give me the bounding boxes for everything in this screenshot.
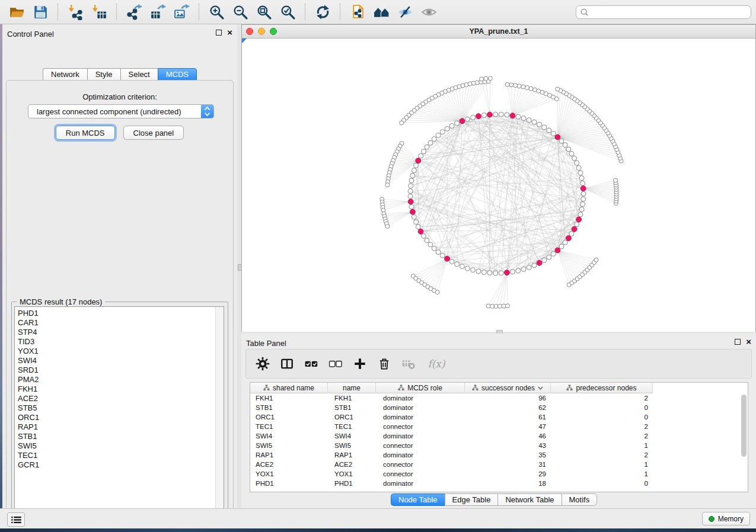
optimization-select[interactable]: largest connected component (undirected) <box>28 104 214 118</box>
table-row[interactable]: PHD1PHD1dominator180 <box>250 479 748 488</box>
table-panel-title: Table Panel <box>246 339 286 348</box>
add-column-button[interactable] <box>353 357 367 371</box>
first-neighbors-button[interactable] <box>369 2 393 22</box>
table-row[interactable]: ORC1ORC1dominator610 <box>250 412 748 422</box>
save-session-button[interactable] <box>28 2 52 22</box>
float-panel-icon[interactable] <box>735 339 741 345</box>
import-network-button[interactable] <box>63 2 87 22</box>
table-row[interactable]: FKH1FKH1dominator962 <box>250 393 748 403</box>
column-header-successor-nodes[interactable]: successor nodes <box>465 383 551 393</box>
column-header-predecessor-nodes[interactable]: predecessor nodes <box>551 383 653 393</box>
mcds-result-item[interactable]: TID3 <box>15 337 215 347</box>
delete-column-button[interactable] <box>377 357 391 371</box>
tab-motifs[interactable]: Motifs <box>562 493 598 506</box>
search-field <box>576 5 751 19</box>
network-graph[interactable] <box>242 39 755 332</box>
table-cell: SWI4 <box>328 431 376 441</box>
search-input[interactable] <box>591 7 747 17</box>
tab-style[interactable]: Style <box>87 68 120 81</box>
function-builder-button[interactable]: f(x) <box>426 357 447 371</box>
vertical-splitter[interactable] <box>237 24 241 508</box>
column-header-empty <box>653 383 748 393</box>
tab-network[interactable]: Network <box>43 68 87 81</box>
show-columns-button[interactable] <box>280 357 294 371</box>
mcds-result-item[interactable]: FKH1 <box>15 384 215 394</box>
table-cell: ACE2 <box>328 460 376 469</box>
table-cell: PHD1 <box>328 479 376 488</box>
tab-network-table[interactable]: Network Table <box>497 493 561 506</box>
mcds-result-item[interactable]: ACE2 <box>15 394 215 403</box>
table-row[interactable]: YOX1YOX1connector291 <box>250 469 748 479</box>
task-history-button[interactable] <box>7 512 25 527</box>
mcds-result-item[interactable]: SWI4 <box>15 356 215 366</box>
share-document-button[interactable] <box>346 2 369 22</box>
export-network-button[interactable] <box>122 2 146 22</box>
mcds-result-item[interactable]: STB1 <box>15 432 215 441</box>
table-row[interactable]: RAP1RAP1dominator352 <box>250 450 748 460</box>
tab-select[interactable]: Select <box>120 68 158 81</box>
zoom-in-button[interactable] <box>205 2 228 22</box>
deselect-all-button[interactable] <box>328 357 343 371</box>
table-scrollbar-thumb[interactable] <box>741 395 747 457</box>
mcds-result-item[interactable]: STP4 <box>15 328 215 337</box>
tab-node-table[interactable]: Node Table <box>391 493 445 506</box>
zoom-out-button[interactable] <box>228 2 252 22</box>
import-table-button[interactable] <box>87 2 111 22</box>
column-header-name[interactable]: name <box>328 383 376 393</box>
mcds-result-item[interactable]: ORC1 <box>15 413 215 422</box>
mcds-result-item[interactable]: RAP1 <box>15 422 215 432</box>
attribute-icon <box>566 384 573 391</box>
application-window: Control Panel × Network Style Select MCD… <box>0 0 756 532</box>
tab-mcds[interactable]: MCDS <box>158 68 197 81</box>
table-cell: ORC1 <box>328 412 376 422</box>
column-header-shared-name[interactable]: shared name <box>250 383 328 393</box>
select-stepper-icon <box>201 105 213 118</box>
sort-chevron-icon <box>538 386 543 390</box>
table-cell <box>653 469 748 479</box>
memory-button[interactable]: Memory <box>702 512 750 525</box>
mcds-result-item[interactable]: TEC1 <box>15 451 215 460</box>
refresh-view-button[interactable] <box>311 2 334 22</box>
tab-edge-table[interactable]: Edge Table <box>445 493 498 506</box>
table-row[interactable]: ACE2ACE2connector311 <box>250 460 748 469</box>
deselect-all-icon <box>328 357 343 371</box>
delete-table-button[interactable] <box>401 357 416 371</box>
table-cell: 0 <box>551 403 653 412</box>
mcds-result-item[interactable]: GCR1 <box>15 460 215 470</box>
table-row[interactable]: STB1STB1dominator620 <box>250 403 748 412</box>
table-cell: TEC1 <box>328 422 376 431</box>
float-panel-icon[interactable] <box>216 30 222 36</box>
mcds-list-scrollbar[interactable] <box>215 307 224 518</box>
select-all-button[interactable] <box>304 357 318 371</box>
mcds-result-item[interactable]: SRD1 <box>15 366 215 375</box>
table-row[interactable]: SWI4SWI4dominator462 <box>250 431 748 441</box>
zoom-selected-button[interactable] <box>276 2 299 22</box>
houses-icon <box>374 4 390 20</box>
column-header-mcds-role[interactable]: MCDS role <box>376 383 465 393</box>
mcds-result-item[interactable]: PMA2 <box>15 375 215 384</box>
show-all-button[interactable] <box>417 2 441 22</box>
zoom-fit-button[interactable] <box>252 2 276 22</box>
mcds-result-item[interactable]: STB5 <box>15 403 215 413</box>
network-window-titlebar[interactable]: YPA_prune.txt_1 <box>242 25 755 39</box>
run-mcds-button[interactable]: Run MCDS <box>56 126 115 140</box>
close-panel-icon[interactable]: × <box>227 30 232 36</box>
table-row[interactable]: SWI5SWI5connector431 <box>250 441 748 450</box>
table-row[interactable]: TEC1TEC1connector472 <box>250 422 748 431</box>
table-scrollbar[interactable] <box>741 395 747 489</box>
mcds-result-item[interactable]: PHD1 <box>15 309 215 318</box>
hide-selected-button[interactable] <box>393 2 417 22</box>
close-panel-icon[interactable]: × <box>746 339 751 345</box>
table-options-button[interactable] <box>256 357 270 371</box>
mcds-result-item[interactable]: YOX1 <box>15 347 215 356</box>
column-label: MCDS role <box>407 384 442 392</box>
close-panel-button[interactable]: Close panel <box>123 126 184 140</box>
network-view[interactable] <box>242 39 755 332</box>
export-table-button[interactable] <box>146 2 170 22</box>
mcds-result-item[interactable]: SWI5 <box>15 441 215 451</box>
network-window: YPA_prune.txt_1 <box>241 24 756 332</box>
export-image-button[interactable] <box>170 2 193 22</box>
table-cell: SWI5 <box>328 441 376 450</box>
open-file-button[interactable] <box>5 2 28 22</box>
mcds-result-item[interactable]: CAR1 <box>15 318 215 328</box>
